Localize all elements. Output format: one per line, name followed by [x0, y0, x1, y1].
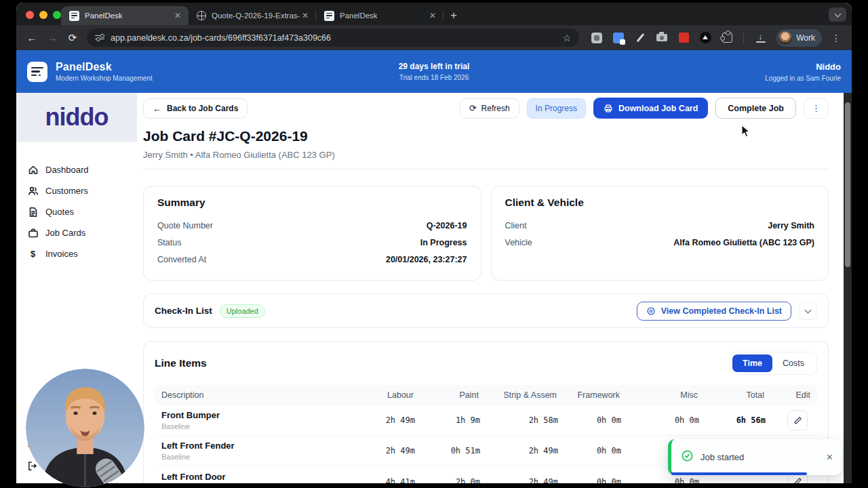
complete-job-button[interactable]: Complete Job: [715, 98, 796, 119]
client-vehicle-title: Client & Vehicle: [505, 197, 815, 209]
refresh-label: Refresh: [481, 104, 510, 113]
tab-title: PanelDesk: [85, 12, 172, 20]
framework-value: 0h 0m: [558, 477, 621, 484]
tab-paneldesk-active[interactable]: PanelDesk ✕: [61, 6, 189, 25]
edit-row-button[interactable]: [787, 410, 808, 430]
paneldesk-favicon-icon: [324, 11, 334, 21]
pencil-icon: [793, 416, 802, 425]
url-text[interactable]: app.paneldesk.co.za/job-cards/696ff33f63…: [111, 33, 563, 43]
document-icon: [27, 207, 39, 218]
extensions-puzzle-icon[interactable]: [721, 32, 733, 44]
globe-icon: [197, 11, 206, 20]
tab-title: Quote-Q-2026-19-Extras-On: [212, 12, 300, 20]
page-subtitle: Jerry Smith • Alfa Romeo Giulietta (ABC …: [143, 150, 829, 160]
profile-label: Work: [796, 33, 815, 43]
scrollbar-thumb[interactable]: [845, 102, 850, 267]
misc-value: 0h 0m: [621, 477, 699, 484]
profile-avatar: [778, 31, 792, 45]
minimize-window-button[interactable]: [39, 11, 47, 19]
refresh-button[interactable]: ⟳ Refresh: [460, 98, 519, 119]
dollar-icon: $: [27, 249, 39, 259]
paint-value: 2h 0m: [415, 477, 480, 484]
pencil-icon: [793, 477, 802, 483]
browser-profile-chip[interactable]: Work: [776, 29, 822, 47]
row-label: Client: [505, 221, 527, 230]
tab-paneldesk-2[interactable]: PanelDesk ✕: [316, 6, 443, 25]
webcam-overlay: [26, 369, 144, 487]
extension-dark-icon[interactable]: [699, 32, 711, 44]
close-window-button[interactable]: [26, 11, 34, 19]
sidebar-item-job-cards[interactable]: Job Cards: [27, 222, 137, 243]
col-strip-assem: Strip & Assem: [480, 390, 558, 400]
col-misc: Misc: [621, 390, 699, 400]
download-job-card-button[interactable]: Download Job Card: [593, 98, 708, 119]
col-framework: Framework: [558, 390, 621, 400]
close-tab-icon[interactable]: ✕: [300, 11, 311, 20]
toast-close-icon[interactable]: ✕: [826, 452, 833, 462]
tab-quote-pdf[interactable]: Quote-Q-2026-19-Extras-On ✕: [189, 6, 316, 25]
row-label: Quote Number: [157, 221, 213, 230]
bookmark-star-icon[interactable]: ☆: [563, 33, 572, 43]
page-scrollbar[interactable]: [844, 93, 852, 483]
sidebar-item-dashboard[interactable]: Dashboard: [27, 159, 137, 180]
tabs: PanelDesk ✕ Quote-Q-2026-19-Extras-On ✕ …: [61, 6, 464, 25]
brand-name: PanelDesk: [56, 61, 153, 73]
org-name: Niddo: [765, 62, 841, 72]
sidebar-item-label: Customers: [45, 186, 88, 196]
back-nav-icon[interactable]: ←: [23, 32, 41, 43]
line-items-title: Line Items: [155, 357, 207, 369]
forward-nav-icon[interactable]: →: [43, 32, 61, 43]
framework-value: 0h 0m: [558, 446, 621, 455]
more-actions-button[interactable]: ⋮: [804, 98, 829, 119]
sidebar-item-invoices[interactable]: $ Invoices: [27, 243, 137, 264]
check-in-title: Check-In List: [155, 306, 212, 316]
collapse-check-in-button[interactable]: [799, 302, 817, 320]
extension-picker-icon[interactable]: [634, 32, 646, 44]
labour-value: 4h 41m: [351, 477, 415, 484]
zoom-window-button[interactable]: [53, 11, 61, 19]
window-controls: [26, 11, 61, 19]
extension-camera-icon[interactable]: [656, 32, 668, 44]
address-bar[interactable]: app.paneldesk.co.za/job-cards/696ff33f63…: [87, 28, 579, 47]
vehicle-row: Vehicle Alfa Romeo Giulietta (ABC 123 GP…: [505, 235, 815, 251]
home-icon: [27, 165, 39, 176]
summary-row: Status In Progress: [157, 235, 467, 251]
summary-card: Summary Quote Number Q-2026-19 Status In…: [143, 186, 481, 281]
close-tab-icon[interactable]: ✕: [172, 11, 183, 20]
toggle-time-button[interactable]: Time: [732, 354, 772, 372]
sidebar-item-customers[interactable]: Customers: [27, 180, 137, 201]
toggle-costs-button[interactable]: Costs: [772, 354, 814, 372]
client-vehicle-card: Client & Vehicle Client Jerry Smith Vehi…: [491, 186, 829, 281]
mouse-cursor: [741, 125, 751, 141]
extension-adobe-icon[interactable]: [677, 32, 690, 44]
view-check-in-list-button[interactable]: View Completed Check-In List: [637, 302, 791, 321]
sidebar-item-label: Job Cards: [45, 228, 85, 238]
brand-tagline: Modern Workshop Management: [56, 75, 153, 82]
status-badge: In Progress: [527, 98, 586, 119]
paneldesk-favicon-icon: [69, 11, 79, 21]
site-settings-icon[interactable]: [95, 33, 104, 43]
close-tab-icon[interactable]: ✕: [427, 11, 438, 20]
browser-menu-icon[interactable]: ⋮: [827, 33, 845, 43]
sidebar-item-quotes[interactable]: Quotes: [27, 201, 137, 222]
screen: PanelDesk ✕ Quote-Q-2026-19-Extras-On ✕ …: [0, 0, 868, 488]
col-total: Total: [699, 390, 766, 400]
niddo-logo-block: niddo: [16, 93, 137, 142]
item-name: Left Front Door: [161, 472, 351, 482]
toast-notification: Job started ✕: [668, 439, 842, 475]
reload-icon[interactable]: ⟳: [64, 32, 81, 44]
extension-translate-icon[interactable]: [612, 32, 625, 44]
client-row: Client Jerry Smith: [505, 218, 815, 235]
back-to-job-cards-button[interactable]: ← Back to Job Cards: [143, 98, 248, 119]
item-name: Front Bumper: [161, 410, 351, 420]
total-value: 6h 56m: [699, 415, 766, 425]
chevron-down-icon: [834, 10, 841, 17]
toast-progress-bar: [671, 472, 807, 475]
row-label: Vehicle: [505, 238, 532, 247]
new-tab-button[interactable]: +: [443, 9, 464, 25]
extension-screenshot-icon[interactable]: [591, 32, 603, 44]
presenter-video: [26, 369, 144, 487]
trial-end-date: Trial ends 18 Feb 2026: [399, 74, 470, 81]
downloads-icon[interactable]: [756, 33, 766, 43]
tab-search-button[interactable]: [829, 7, 846, 22]
